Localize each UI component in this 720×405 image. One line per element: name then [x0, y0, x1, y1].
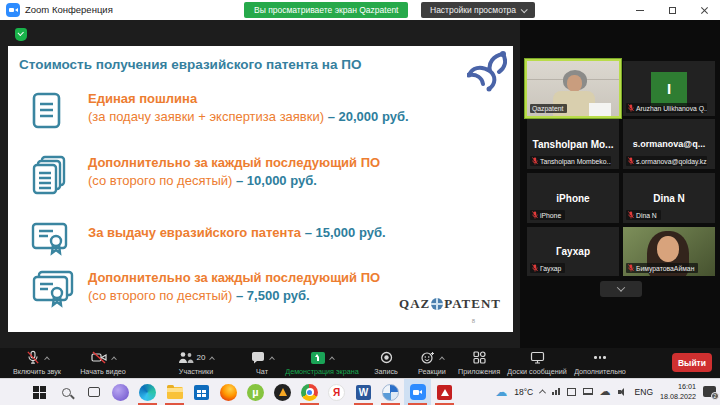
participant-tile[interactable]: Гаухар Гаухар [527, 227, 619, 276]
qazpatent-logo: QAZPATENT [399, 296, 501, 312]
weather-icon[interactable]: ☁ [495, 386, 507, 398]
search-icon [62, 388, 71, 397]
view-settings-button[interactable]: Настройки просмотра [421, 2, 535, 18]
participant-name-label: iPhone [530, 210, 565, 220]
chat-icon [251, 351, 265, 364]
chevron-icon[interactable] [44, 356, 50, 362]
leave-button[interactable]: Выйти [672, 353, 712, 372]
zoom-camera-icon [410, 384, 426, 400]
signal-icon[interactable] [552, 388, 559, 395]
participant-name-label: Tansholpan Mombeko... [530, 156, 611, 166]
participant-tile-video[interactable]: Qazpatent [527, 61, 619, 116]
clock[interactable]: 16:01 18.08.2022 [660, 382, 696, 401]
task-view-button[interactable] [80, 379, 107, 405]
more-button[interactable]: Дополнительно [555, 350, 645, 376]
chrome-app[interactable] [296, 379, 323, 405]
meeting-content-area: Вид Стоимость получения евразийского пат… [0, 20, 720, 348]
titlebar: Zoom Конференция Вы просматриваете экран… [0, 0, 720, 20]
microsoft-store-app[interactable] [188, 379, 215, 405]
participant-name-label: Гаухар [530, 263, 565, 273]
participant-name-label: Aruzhan Ulikhanova Q... [626, 103, 707, 113]
chevron-icon[interactable] [329, 356, 335, 362]
start-button[interactable] [26, 379, 53, 405]
video-muted-icon [91, 351, 107, 364]
collapse-tiles-button[interactable] [600, 281, 642, 297]
hidden-icons-caret[interactable] [539, 389, 546, 396]
participant-tile[interactable]: s.ormanova@q... s.ormanova@qolday.kz [623, 119, 715, 169]
zoom-taskbar-app[interactable] [404, 379, 431, 405]
participant-tile[interactable]: Tansholpan Mo... Tansholpan Mombeko... [527, 119, 619, 169]
slide-page-number: 8 [472, 318, 475, 324]
participant-name-label: Dina N [626, 210, 661, 220]
acrobat-app[interactable] [431, 379, 458, 405]
store-icon [194, 385, 209, 400]
edge-icon [139, 384, 156, 401]
fee-heading: Дополнительно за каждый последующий ПО [88, 270, 380, 285]
mic-muted-icon [532, 264, 538, 272]
onedrive-cloud-icon[interactable]: ☁ [600, 386, 611, 397]
search-button[interactable] [53, 379, 80, 405]
word-icon: W [356, 385, 371, 400]
firefox-app[interactable] [215, 379, 242, 405]
utorrent-icon: µ [247, 384, 264, 401]
reactions-icon [421, 351, 435, 364]
security-shield-icon[interactable] [15, 28, 27, 41]
chevron-down-icon [617, 283, 625, 291]
slide-title: Стоимость получения евразийского патента… [19, 57, 361, 72]
participants-panel: Qazpatent I Aruzhan Ulikhanova Q... Tans… [520, 20, 720, 348]
unmute-label: Включить звук [13, 367, 61, 376]
view-settings-label: Настройки просмотра [430, 5, 516, 15]
notification-badge: 2 [711, 392, 719, 400]
cortana-app[interactable] [107, 379, 134, 405]
avg-app[interactable] [269, 379, 296, 405]
participant-tile[interactable]: I Aruzhan Ulikhanova Q... [623, 61, 715, 116]
fee-amount: – 7,500 руб. [236, 288, 310, 303]
firefox-icon [220, 384, 237, 401]
minimize-button[interactable] [624, 0, 656, 20]
close-icon [700, 6, 709, 15]
viewing-screen-badge: Вы просматриваете экран Qazpatent [244, 2, 408, 18]
yandex-app[interactable]: Я [323, 379, 350, 405]
windows-logo-icon [33, 386, 46, 399]
file-explorer-app[interactable] [161, 379, 188, 405]
edge-app[interactable] [134, 379, 161, 405]
certificate-icon [30, 219, 70, 261]
zoom-toolbar: Включить звук Начать видео 20 Участники … [0, 348, 720, 378]
mic-muted-icon [26, 350, 40, 365]
temperature[interactable]: 18°C [514, 387, 533, 397]
chevron-icon[interactable] [210, 356, 216, 362]
chevron-icon[interactable] [269, 356, 275, 362]
participant-tile-photo[interactable]: БимуратоваАйман [623, 227, 715, 276]
floral-ornament-icon [467, 50, 507, 92]
task-view-icon [88, 387, 100, 397]
action-center-icon[interactable]: 2 [703, 386, 716, 397]
participants-label: Участники [179, 367, 213, 376]
participant-tile[interactable]: iPhone iPhone [527, 173, 619, 223]
paper-detail [589, 103, 611, 116]
maximize-button[interactable] [656, 0, 688, 20]
shared-screen-slide: Стоимость получения евразийского патента… [8, 46, 513, 332]
cortana-icon [112, 384, 129, 401]
utorrent-app[interactable]: µ [242, 379, 269, 405]
participants-count: 20 [197, 353, 206, 362]
devices-icon[interactable] [583, 388, 593, 395]
language-indicator[interactable]: ENG [635, 387, 653, 397]
close-button[interactable] [688, 0, 720, 20]
word-app[interactable]: W [350, 379, 377, 405]
start-video-button[interactable]: Начать видео [58, 350, 148, 376]
fee-amount: – 20,000 руб. [328, 109, 409, 124]
mic-muted-icon [628, 104, 634, 112]
fee-heading: За выдачу евразийского патента [88, 225, 301, 240]
tray-date: 18.08.2022 [660, 392, 696, 401]
window-tray-icon[interactable] [567, 388, 576, 396]
fee-heading: Единая пошлина [88, 91, 197, 106]
participant-face [567, 75, 582, 92]
swirl-icon [382, 384, 399, 401]
speaker-icon[interactable] [618, 387, 628, 396]
participant-face [657, 236, 679, 262]
chevron-icon[interactable] [111, 356, 117, 362]
swirl-app[interactable] [377, 379, 404, 405]
participants-icon [178, 351, 194, 364]
fee-amount: – 15,000 руб. [305, 225, 386, 240]
participant-tile[interactable]: Dina N Dina N [623, 173, 715, 223]
